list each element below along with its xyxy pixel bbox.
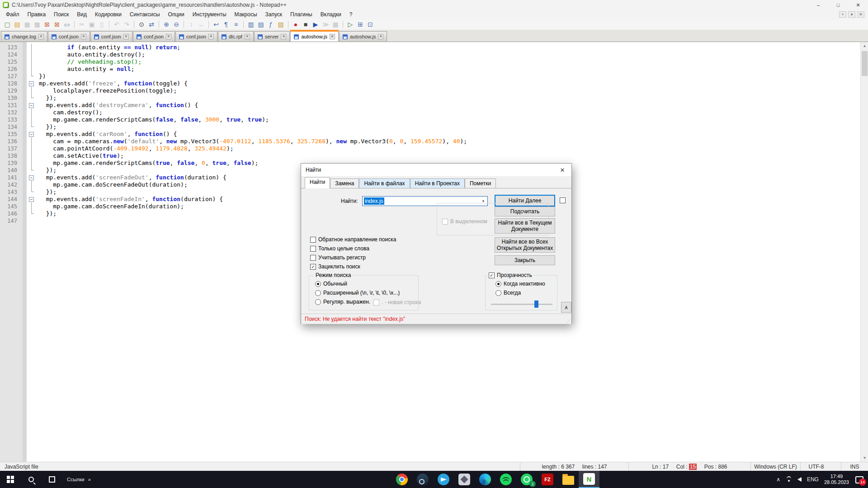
tab-change.log[interactable]: change.log✕ [1, 31, 47, 42]
whole-word-checkbox[interactable]: Только целые слова [310, 245, 369, 252]
toolbar-macro-record-icon[interactable]: ● [291, 20, 300, 29]
toolbar-show-all-chars-icon[interactable]: ¶ [222, 20, 231, 29]
toolbar-function-list-icon[interactable]: ƒ [266, 20, 275, 29]
fold-cell[interactable]: − [27, 131, 37, 138]
bookmark-cell[interactable] [22, 210, 27, 217]
taskbar-search-button[interactable] [21, 471, 42, 488]
tab-server[interactable]: server✕ [254, 31, 290, 42]
toolbar-plugin-b-icon[interactable]: ⊡ [366, 20, 375, 29]
tab-close-icon[interactable]: ✕ [166, 34, 171, 39]
toolbar-word-wrap-icon[interactable]: ↩ [212, 20, 221, 29]
bookmark-cell[interactable] [22, 203, 27, 210]
start-button[interactable] [0, 471, 21, 488]
bookmark-cell[interactable] [22, 109, 27, 116]
fold-collapse-icon[interactable]: − [29, 103, 34, 108]
bookmark-cell[interactable] [22, 102, 27, 109]
transparency-slider[interactable] [491, 300, 552, 308]
taskbar-telegram-icon[interactable] [433, 471, 454, 488]
maximize-button[interactable]: □ [828, 0, 848, 10]
menu-right-icon-2[interactable]: ✕ [857, 11, 864, 18]
toolbar-indent-guide-icon[interactable]: ≡ [231, 20, 241, 29]
tab-close-icon[interactable]: ✕ [281, 34, 286, 39]
fold-cell[interactable]: − [27, 196, 37, 203]
bookmark-cell[interactable] [22, 167, 27, 174]
taskbar-edge-icon[interactable] [475, 471, 495, 488]
action-center-icon[interactable]: 14 [854, 475, 863, 484]
toolbar-find-icon[interactable]: ⊙ [137, 20, 146, 29]
tab-conf.json[interactable]: conf.json✕ [90, 31, 132, 42]
tab-autoshow.js[interactable]: autoshow.js✕ [339, 31, 387, 42]
toolbar-new-file-icon[interactable]: ▢ [3, 20, 12, 29]
bookmark-cell[interactable] [22, 80, 27, 87]
toolbar-doc-list-icon[interactable]: ▤ [256, 20, 265, 29]
bookmark-cell[interactable] [22, 138, 27, 145]
slider-thumb[interactable] [534, 300, 538, 308]
fold-cell[interactable]: − [27, 80, 37, 87]
tab-conf.json[interactable]: conf.json✕ [48, 31, 90, 42]
find-dialog-tab-Найти[interactable]: Найти [305, 177, 330, 188]
bookmark-cell[interactable] [22, 152, 27, 160]
close-find-button[interactable]: Закрыть [495, 255, 555, 265]
network-icon[interactable] [786, 477, 792, 482]
bookmark-cell[interactable] [22, 44, 27, 51]
bookmark-cell[interactable] [22, 188, 27, 196]
find-dialog-tab-Найти в файлах[interactable]: Найти в файлах [359, 178, 410, 188]
menu-item-Вкладки[interactable]: Вкладки [316, 10, 345, 19]
toolbar-close-all-icon[interactable]: ⊠ [52, 20, 61, 29]
fold-collapse-icon[interactable]: − [29, 197, 34, 202]
tab-conf.json[interactable]: conf.json✕ [133, 31, 175, 42]
bookmark-cell[interactable] [22, 58, 27, 66]
menu-item-Опции[interactable]: Опции [164, 10, 189, 19]
tray-chevron-icon[interactable]: ∧ [776, 476, 780, 483]
bookmark-cell[interactable] [22, 66, 27, 73]
toolbar-macro-stop-icon[interactable]: ■ [301, 20, 310, 29]
mode-regex-radio[interactable]: Регуляр. выражен. [315, 299, 370, 305]
bookmark-cell[interactable] [22, 145, 27, 152]
insert-mode[interactable]: INS [841, 462, 868, 471]
fold-cell[interactable]: − [27, 174, 37, 181]
tab-close-icon[interactable]: ✕ [378, 34, 383, 39]
taskbar-chrome-icon[interactable] [392, 471, 412, 488]
tab-close-icon[interactable]: ✕ [123, 34, 129, 39]
bookmark-cell[interactable] [22, 94, 27, 102]
bookmark-cell[interactable] [22, 116, 27, 123]
eol-format[interactable]: Windows (CR LF) [750, 462, 800, 471]
tab-close-icon[interactable]: ✕ [245, 34, 250, 39]
volume-icon[interactable] [797, 477, 802, 482]
fold-collapse-icon[interactable]: − [29, 81, 34, 86]
tab-dlc.rpf[interactable]: dlc.rpf✕ [218, 31, 254, 42]
bookmark-cell[interactable] [22, 131, 27, 138]
toolbar-print-icon[interactable]: ▭ [62, 20, 71, 29]
toolbar-replace-icon[interactable]: ⇄ [147, 20, 156, 29]
menu-item-Вид[interactable]: Вид [73, 10, 91, 19]
language-indicator[interactable]: ENG [807, 476, 819, 483]
toolbar-doc-map-icon[interactable]: ▥ [246, 20, 255, 29]
bookmark-cell[interactable] [22, 87, 27, 94]
links-toolbar[interactable]: Ссылки» [62, 477, 95, 482]
menu-right-icon-1[interactable]: ▾ [848, 11, 855, 18]
toolbar-zoom-in-icon[interactable]: ⊕ [162, 20, 171, 29]
bookmark-cell[interactable] [22, 217, 27, 225]
tab-close-icon[interactable]: ✕ [81, 34, 86, 39]
wrap-around-checkbox[interactable]: ✓Зациклить поиск [310, 263, 360, 270]
bookmark-cell[interactable] [22, 73, 27, 80]
close-button[interactable]: ✕ [848, 0, 868, 10]
taskbar-steam-icon[interactable] [412, 471, 433, 488]
fold-cell[interactable]: − [27, 102, 37, 109]
backward-checkbox[interactable]: Обратное направление поиска [310, 236, 396, 243]
menu-right-icon-0[interactable]: + [839, 11, 846, 18]
mode-normal-radio[interactable]: Обычный [315, 281, 347, 287]
toolbar-close-icon[interactable]: ⊠ [42, 20, 52, 29]
mode-extended-radio[interactable]: Расширенный (\n, \r, \t, \0, \x...) [315, 290, 400, 296]
taskbar-spotify-icon[interactable] [495, 471, 516, 488]
toolbar-plugin-a-icon[interactable]: ⊞ [356, 20, 365, 29]
tab-close-icon[interactable]: ✕ [330, 34, 335, 39]
toolbar-folder-workspace-icon[interactable]: ▧ [276, 20, 285, 29]
transparency-checkbox[interactable]: ✓Прозрачность [487, 272, 533, 278]
tab-autoshow.js[interactable]: autoshow.js✕ [290, 30, 338, 42]
taskbar-filezilla-icon[interactable]: FZ [537, 471, 558, 488]
toolbar-run-icon[interactable]: ▷ [346, 20, 355, 29]
resize-grip[interactable]: ⋰ [566, 319, 571, 323]
bookmark-cell[interactable] [22, 181, 27, 188]
menu-item-?[interactable]: ? [345, 10, 357, 19]
